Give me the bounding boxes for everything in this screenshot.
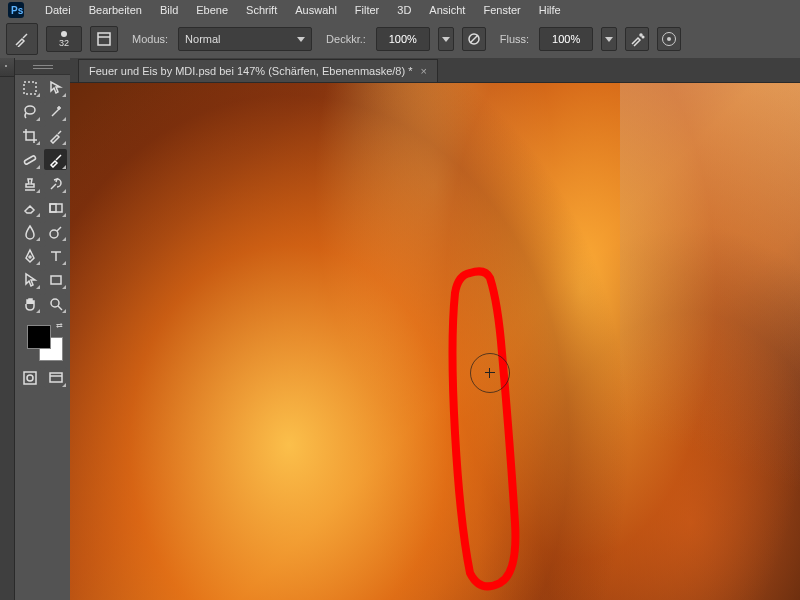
menu-filter[interactable]: Filter (346, 0, 388, 20)
tool-type[interactable] (44, 245, 67, 266)
tablet-opacity-toggle[interactable] (462, 27, 486, 51)
document-tab-strip: Feuer und Eis by MDI.psd bei 147% (Schär… (70, 58, 800, 83)
document-tab-title: Feuer und Eis by MDI.psd bei 147% (Schär… (89, 65, 412, 77)
tool-preset-picker[interactable] (6, 23, 38, 55)
mode-label: Modus: (132, 33, 168, 45)
menu-hilfe[interactable]: Hilfe (530, 0, 570, 20)
tool-gradient[interactable] (44, 197, 67, 218)
close-tab-icon[interactable]: × (420, 65, 426, 77)
screenmode-toggle[interactable] (44, 367, 67, 388)
svg-rect-2 (98, 33, 110, 45)
svg-point-16 (51, 299, 59, 307)
menu-schrift[interactable]: Schrift (237, 0, 286, 20)
app-logo-icon: Ps (6, 0, 26, 20)
menu-bar: Ps Datei Bearbeiten Bild Ebene Schrift A… (0, 0, 800, 20)
panel-icon (96, 31, 112, 47)
tool-stamp[interactable] (18, 173, 41, 194)
menu-ansicht[interactable]: Ansicht (420, 0, 474, 20)
chevron-down-icon (442, 37, 450, 42)
tool-dodge[interactable] (44, 221, 67, 242)
svg-rect-17 (24, 372, 36, 384)
brush-dot-icon (61, 31, 67, 37)
quickmask-icon (22, 370, 38, 386)
blend-mode-dropdown[interactable]: Normal (178, 27, 312, 51)
menu-bild[interactable]: Bild (151, 0, 187, 20)
menu-bearbeiten[interactable]: Bearbeiten (80, 0, 151, 20)
foreground-color-swatch[interactable] (27, 325, 51, 349)
svg-point-5 (640, 34, 642, 36)
airbrush-toggle[interactable] (625, 27, 649, 51)
svg-point-18 (27, 375, 33, 381)
tool-zoom[interactable] (44, 293, 67, 314)
menu-ebene[interactable]: Ebene (187, 0, 237, 20)
svg-rect-15 (51, 276, 61, 284)
document-area: Feuer und Eis by MDI.psd bei 147% (Schär… (70, 58, 800, 600)
tool-lasso[interactable] (18, 101, 41, 122)
opacity-input[interactable]: 100% (376, 27, 430, 51)
brush-size-value: 32 (59, 38, 69, 48)
crosshair-icon (485, 368, 495, 378)
svg-text:Ps: Ps (11, 5, 24, 16)
flow-dropdown[interactable] (601, 27, 617, 51)
document-tab[interactable]: Feuer und Eis by MDI.psd bei 147% (Schär… (78, 59, 438, 82)
svg-point-14 (29, 256, 31, 258)
tool-shape[interactable] (44, 269, 67, 290)
options-bar: 32 Modus: Normal Deckkr.: 100% Fluss: 10… (0, 20, 800, 59)
chevron-down-icon (297, 37, 305, 42)
tool-heal[interactable] (18, 149, 41, 170)
tool-brush[interactable] (44, 149, 67, 170)
target-icon (662, 32, 676, 46)
red-annotation-stroke (430, 263, 550, 600)
tool-path-select[interactable] (18, 269, 41, 290)
svg-rect-9 (23, 155, 35, 164)
panel-grip-icon[interactable] (0, 58, 14, 77)
swap-colors-icon[interactable]: ⇄ (56, 321, 63, 330)
canvas-smoke-overlay (620, 83, 800, 600)
blend-mode-value: Normal (185, 33, 220, 45)
flow-label: Fluss: (500, 33, 529, 45)
tool-history-brush[interactable] (44, 173, 67, 194)
chevron-down-icon (605, 37, 613, 42)
flow-input[interactable]: 100% (539, 27, 593, 51)
tool-hand[interactable] (18, 293, 41, 314)
color-swatches[interactable]: ⇄ (23, 321, 63, 361)
menu-3d[interactable]: 3D (388, 0, 420, 20)
svg-point-8 (25, 106, 35, 114)
tool-pen[interactable] (18, 245, 41, 266)
tool-move[interactable] (44, 77, 67, 98)
brush-panel-toggle[interactable] (90, 26, 118, 52)
tool-eraser[interactable] (18, 197, 41, 218)
collapsed-panel-strip[interactable] (0, 58, 15, 600)
main-area: ⇄ Feuer und Eis by MDI.psd bei 147% (Sch… (0, 58, 800, 600)
tool-panel: ⇄ (15, 58, 70, 600)
tool-crop[interactable] (18, 125, 41, 146)
tool-blur[interactable] (18, 221, 41, 242)
tool-panel-grip[interactable] (15, 60, 70, 75)
quickmask-toggle[interactable] (18, 367, 41, 388)
tablet-size-toggle[interactable] (657, 27, 681, 51)
airbrush-icon (629, 31, 645, 47)
svg-point-6 (642, 36, 644, 38)
tool-marquee[interactable] (18, 77, 41, 98)
svg-point-13 (50, 230, 58, 238)
svg-rect-12 (50, 204, 56, 212)
menu-fenster[interactable]: Fenster (474, 0, 529, 20)
menu-auswahl[interactable]: Auswahl (286, 0, 346, 20)
tool-wand[interactable] (44, 101, 67, 122)
canvas[interactable] (70, 83, 800, 600)
opacity-label: Deckkr.: (326, 33, 366, 45)
brush-size-picker[interactable]: 32 (46, 26, 82, 52)
tool-eyedropper[interactable] (44, 125, 67, 146)
brush-cursor (470, 353, 510, 393)
menu-datei[interactable]: Datei (36, 0, 80, 20)
pressure-icon (466, 31, 482, 47)
svg-rect-19 (50, 373, 62, 382)
brush-icon (14, 31, 30, 47)
svg-rect-7 (24, 82, 36, 94)
opacity-dropdown[interactable] (438, 27, 454, 51)
